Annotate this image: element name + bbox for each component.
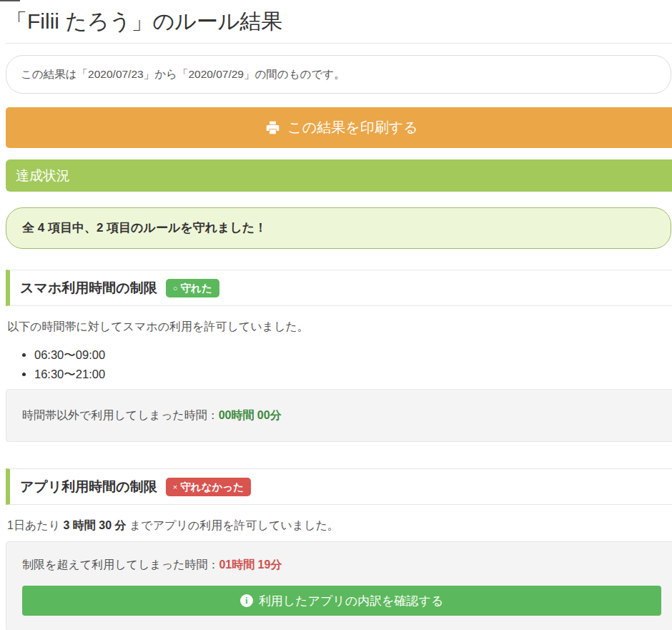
status-header: 達成状況 (6, 159, 672, 192)
rule-result-page: 「Filii たろう」のルール結果 この結果は「2020/07/23」から「20… (0, 9, 672, 630)
app-breakdown-button[interactable]: i 利用したアプリの内訳を確認する (22, 586, 661, 616)
status-badge-not-kept: × 守れなかった (166, 478, 251, 496)
section-title: スマホ利用時間の制限 (20, 278, 157, 297)
print-button[interactable]: この結果を印刷する (6, 107, 672, 148)
status-badge-kept: ○ 守れた (166, 279, 219, 297)
summary-box: 全 4 項目中、2 項目のルールを守れました！ (6, 207, 671, 249)
summary-text: 全 4 項目中、2 項目のルールを守れました！ (22, 221, 267, 235)
period-notice: この結果は「2020/07/23」から「2020/07/29」の間のものです。 (6, 55, 671, 94)
section-app-time-limit: アプリ利用時間の制限 × 守れなかった 1日あたり 3 時間 30 分 までアプ… (0, 468, 672, 630)
period-notice-text: この結果は「2020/07/23」から「2020/07/29」の間のものです。 (21, 68, 345, 80)
app-breakdown-button-label: 利用したアプリの内訳を確認する (259, 593, 444, 609)
result-label: 制限を超えて利用してしまった時間： (22, 558, 219, 571)
section-heading-app: アプリ利用時間の制限 × 守れなかった (6, 468, 672, 505)
result-label: 時間帯以外で利用してしまった時間： (22, 409, 219, 421)
section-description: 1日あたり 3 時間 30 分 までアプリの利用を許可していました。 (7, 517, 666, 534)
status-header-label: 達成状況 (16, 168, 70, 183)
time-slot-item: 16:30〜21:00 (34, 365, 672, 384)
status-badge-label: 守れなかった (180, 481, 244, 493)
time-slot-item: 06:30〜09:00 (34, 345, 672, 365)
page-title: 「Filii たろう」のルール結果 (6, 9, 672, 44)
description-prefix: 1日あたり (7, 519, 63, 531)
overtime-value: 01時間 19分 (219, 558, 282, 571)
x-icon: × (173, 481, 177, 493)
overtime-value: 00時間 00分 (219, 409, 282, 421)
section-heading-phone: スマホ利用時間の制限 ○ 守れた (6, 270, 672, 306)
section-title: アプリ利用時間の制限 (20, 477, 157, 496)
printer-icon (265, 120, 280, 135)
result-box-phone: 時間帯以外で利用してしまった時間：00時間 00分 (6, 389, 672, 442)
top-edge-artifact (0, 0, 20, 1)
result-box-app: 制限を超えて利用してしまった時間：01時間 19分 i 利用したアプリの内訳を確… (6, 541, 672, 630)
info-icon: i (240, 594, 253, 607)
time-slot-list: 06:30〜09:00 16:30〜21:00 (7, 345, 672, 384)
status-badge-label: 守れた (180, 282, 212, 295)
section-description: 以下の時間帯に対してスマホの利用を許可していました。 (7, 318, 666, 335)
section-phone-time-limit: スマホ利用時間の制限 ○ 守れた 以下の時間帯に対してスマホの利用を許可していま… (0, 270, 672, 442)
print-button-label: この結果を印刷する (287, 118, 417, 137)
circle-icon: ○ (173, 282, 178, 295)
result-line: 制限を超えて利用してしまった時間：01時間 19分 (22, 557, 661, 573)
allowed-duration-value: 3 時間 30 分 (63, 519, 126, 531)
description-suffix: までアプリの利用を許可していました。 (127, 519, 339, 531)
